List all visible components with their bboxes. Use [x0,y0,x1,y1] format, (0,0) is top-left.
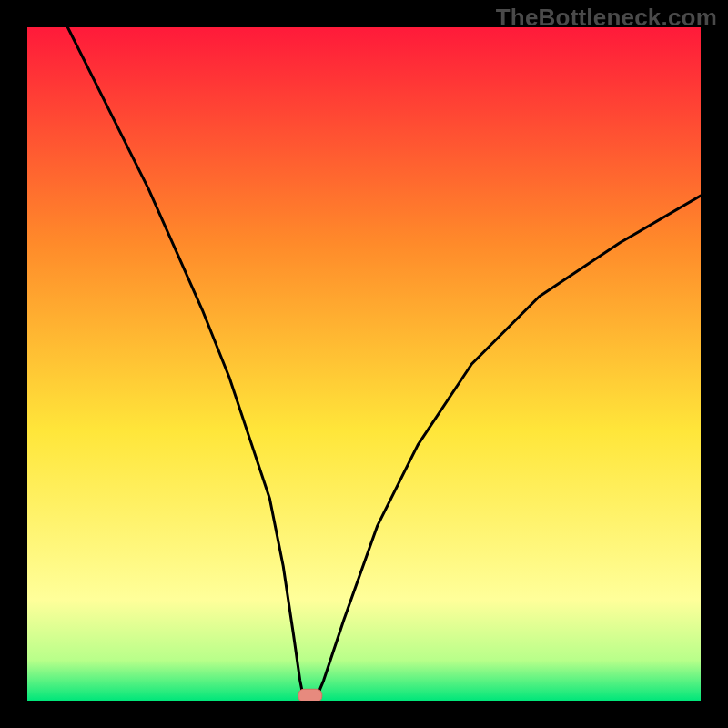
watermark-label: TheBottleneck.com [496,4,717,32]
chart-frame: TheBottleneck.com [0,0,728,728]
plot-area [27,27,701,701]
optimal-point-marker [298,689,322,701]
plot-border [27,27,701,701]
gradient-background [27,27,701,701]
